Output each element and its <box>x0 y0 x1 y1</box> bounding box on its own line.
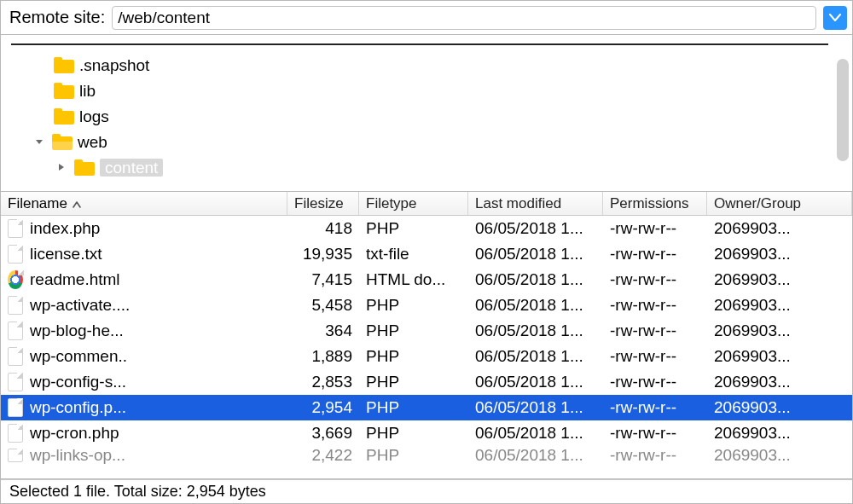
tree-item-label: logs <box>79 108 109 125</box>
column-header-filetype[interactable]: Filetype <box>359 192 468 215</box>
file-row[interactable]: index.php418PHP06/05/2018 1...-rw-rw-r--… <box>1 216 852 241</box>
file-perm: -rw-rw-r-- <box>603 373 707 391</box>
tree-item[interactable]: lib <box>1 78 852 103</box>
file-perm: -rw-rw-r-- <box>603 398 707 417</box>
file-size: 5,458 <box>287 296 359 315</box>
column-header-filesize[interactable]: Filesize <box>287 192 359 215</box>
file-modified: 06/05/2018 1... <box>468 424 603 443</box>
file-icon <box>8 245 23 264</box>
file-owner: 2069903... <box>707 446 852 465</box>
file-modified: 06/05/2018 1... <box>468 373 603 391</box>
file-owner: 2069903... <box>707 373 852 391</box>
column-header-modified[interactable]: Last modified <box>468 192 603 215</box>
file-size: 2,853 <box>287 373 359 391</box>
file-owner: 2069903... <box>707 398 852 417</box>
address-label: Remote site: <box>9 8 105 27</box>
file-owner: 2069903... <box>707 296 852 315</box>
file-type: PHP <box>359 398 468 417</box>
address-bar: Remote site: /web/content <box>1 1 852 35</box>
disclosure-open-icon[interactable] <box>32 134 47 149</box>
folder-icon <box>52 134 73 150</box>
file-row[interactable]: readme.html7,415HTML do...06/05/2018 1..… <box>1 267 852 293</box>
file-name: wp-activate.... <box>30 296 130 315</box>
column-header-filename[interactable]: Filename <box>1 192 287 215</box>
file-icon <box>8 449 23 462</box>
disclosure-closed-icon[interactable] <box>54 159 69 175</box>
file-name: license.txt <box>30 245 102 264</box>
file-row[interactable]: wp-blog-he...364PHP06/05/2018 1...-rw-rw… <box>1 318 852 344</box>
file-row[interactable]: wp-cron.php3,669PHP06/05/2018 1...-rw-rw… <box>1 420 852 446</box>
address-input[interactable]: /web/content <box>112 6 816 30</box>
tree-scrollbar[interactable] <box>837 59 849 161</box>
file-modified: 06/05/2018 1... <box>468 446 603 465</box>
column-header-owner[interactable]: Owner/Group <box>707 192 852 215</box>
column-header-permissions[interactable]: Permissions <box>603 192 707 215</box>
tree-item-label: lib <box>79 83 96 99</box>
file-name: index.php <box>30 219 100 238</box>
directory-tree[interactable]: .snapshotliblogswebcontent <box>1 40 852 180</box>
file-perm: -rw-rw-r-- <box>603 219 707 238</box>
file-name: wp-cron.php <box>30 424 119 443</box>
file-type: PHP <box>359 322 468 340</box>
file-row[interactable]: wp-config.p...2,954PHP06/05/2018 1...-rw… <box>1 395 852 420</box>
file-modified: 06/05/2018 1... <box>468 347 603 366</box>
file-icon <box>8 219 23 238</box>
tree-item-label: web <box>78 134 107 150</box>
file-row[interactable]: license.txt19,935txt-file06/05/2018 1...… <box>1 241 852 267</box>
tree-item[interactable]: content <box>1 154 852 180</box>
address-path: /web/content <box>118 9 210 27</box>
file-row[interactable]: wp-links-op...2,422PHP06/05/2018 1...-rw… <box>1 446 852 465</box>
folder-icon <box>54 57 74 73</box>
tree-item[interactable]: .snapshot <box>1 52 852 78</box>
file-icon <box>8 322 23 340</box>
file-size: 7,415 <box>287 270 359 289</box>
file-perm: -rw-rw-r-- <box>603 347 707 366</box>
file-type: PHP <box>359 219 468 238</box>
file-size: 2,422 <box>287 446 359 465</box>
file-name: wp-blog-he... <box>30 322 124 340</box>
remote-site-panel: Remote site: /web/content .snapshotliblo… <box>0 0 853 504</box>
status-text: Selected 1 file. Total size: 2,954 bytes <box>9 483 266 501</box>
file-owner: 2069903... <box>707 322 852 340</box>
file-owner: 2069903... <box>707 347 852 366</box>
file-perm: -rw-rw-r-- <box>603 424 707 443</box>
file-owner: 2069903... <box>707 245 852 264</box>
address-dropdown-button[interactable] <box>823 6 847 30</box>
file-list[interactable]: index.php418PHP06/05/2018 1...-rw-rw-r--… <box>1 216 852 479</box>
folder-icon <box>54 83 74 99</box>
file-modified: 06/05/2018 1... <box>468 245 603 264</box>
file-modified: 06/05/2018 1... <box>468 398 603 417</box>
file-owner: 2069903... <box>707 219 852 238</box>
sort-asc-icon <box>73 195 81 212</box>
file-perm: -rw-rw-r-- <box>603 296 707 315</box>
folder-icon <box>74 159 95 176</box>
file-row[interactable]: wp-config-s...2,853PHP06/05/2018 1...-rw… <box>1 369 852 395</box>
file-size: 19,935 <box>287 245 359 264</box>
file-type: PHP <box>359 296 468 315</box>
chevron-down-icon <box>829 9 841 26</box>
file-name: wp-config.p... <box>30 398 126 417</box>
file-type: PHP <box>359 347 468 366</box>
directory-tree-pane: .snapshotliblogswebcontent <box>1 35 852 192</box>
file-icon <box>8 296 23 315</box>
tree-item[interactable]: web <box>1 129 852 154</box>
folder-icon <box>54 108 74 125</box>
file-size: 364 <box>287 322 359 340</box>
file-type: HTML do... <box>359 270 468 289</box>
tree-item-label: content <box>100 159 163 177</box>
file-icon <box>8 347 23 366</box>
file-row[interactable]: wp-commen..1,889PHP06/05/2018 1...-rw-rw… <box>1 344 852 369</box>
file-icon <box>8 398 23 417</box>
file-icon <box>8 424 23 443</box>
file-row[interactable]: wp-activate....5,458PHP06/05/2018 1...-r… <box>1 293 852 318</box>
tree-item[interactable]: logs <box>1 103 852 129</box>
file-perm: -rw-rw-r-- <box>603 270 707 289</box>
file-name: wp-commen.. <box>30 347 127 366</box>
file-modified: 06/05/2018 1... <box>468 270 603 289</box>
file-type: txt-file <box>359 245 468 264</box>
file-size: 2,954 <box>287 398 359 417</box>
file-icon <box>8 373 23 391</box>
file-list-header: Filename Filesize Filetype Last modified… <box>1 192 852 216</box>
status-bar: Selected 1 file. Total size: 2,954 bytes <box>1 479 852 503</box>
file-name: wp-links-op... <box>30 446 125 465</box>
